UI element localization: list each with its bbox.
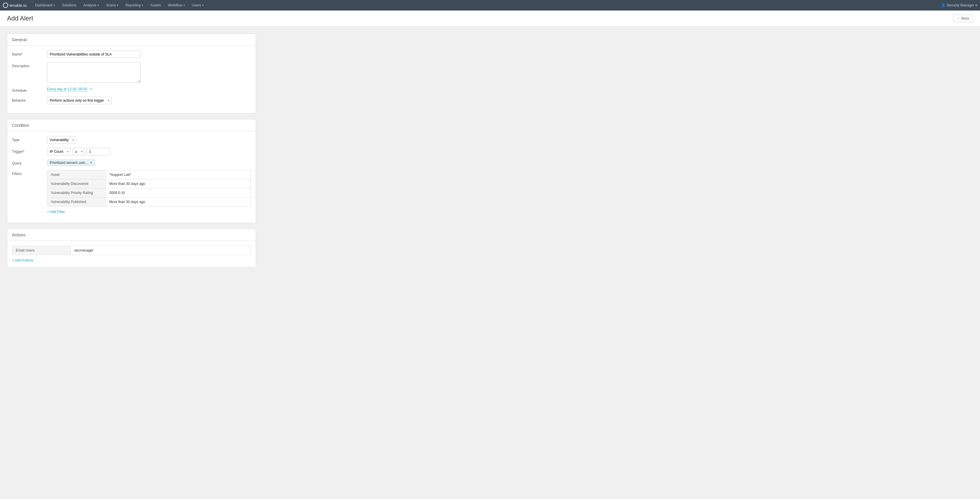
add-filter-link[interactable]: + Add Filter [47,210,65,214]
user-icon: 👤 [941,3,945,7]
trigger-value-input[interactable] [86,148,110,156]
analysis-caret: ▾ [98,4,99,7]
condition-card: Condition Type Vulnerability Alert Ticke… [7,119,256,223]
trigger-required: * [23,149,25,154]
users-caret: ▾ [202,4,204,7]
name-required: * [21,52,23,56]
query-row: Query Prioritized servers usin... ✕ [12,159,251,166]
trigger-row: Trigger* IP Count Count Score ▾ ≥ [12,148,251,156]
add-actions-link[interactable]: + Add Actions [12,258,33,262]
filter-name-vuln-published: Vulnerability Published [47,197,106,207]
page-header: Add Alert ← Back [0,11,980,27]
dashboard-caret: ▾ [54,4,55,7]
trigger-type-select-wrapper: IP Count Count Score ▾ [47,148,71,156]
description-label: Description [12,62,47,68]
brand-logo[interactable]: tenable.sc [3,3,27,8]
condition-card-body: Type Vulnerability Alert Ticket ▾ Trigge… [7,132,256,222]
user-caret-icon: ▾ [975,3,977,7]
workflow-caret: ▾ [183,4,185,7]
user-label: Security Manager [947,3,974,7]
actions-table: Email Users secmanager [12,246,251,255]
filters-content: Asset *Support Lab* Vulnerability Discov… [47,170,251,214]
description-input[interactable] [47,62,140,83]
filter-name-asset: Asset [47,170,106,180]
brand-icon [3,3,8,8]
condition-section-title: Condition [7,119,256,132]
trigger-op-select[interactable]: ≥ > = < ≤ [72,148,85,156]
general-card-body: Name* Description Schedule Every day at … [7,46,256,113]
reporting-caret: ▾ [142,4,143,7]
nav-reporting[interactable]: Reporting ▾ [122,0,147,11]
nav-workflow[interactable]: Workflow ▾ [164,0,188,11]
filter-row-asset: Asset *Support Lab* [47,170,251,180]
user-menu[interactable]: 👤 Security Manager ▾ [941,3,977,7]
filters-table: Asset *Support Lab* Vulnerability Discov… [47,170,251,207]
filter-value-vuln-published: More than 30 days ago [106,197,251,207]
nav-assets[interactable]: Assets [147,0,164,11]
filter-value-vuln-discovered: More than 30 days ago [106,180,251,188]
actions-card: Actions Email Users secmanager + Add Act… [7,229,256,267]
general-section-title: General [7,34,256,46]
query-tag: Prioritized servers usin... ✕ [47,159,95,166]
trigger-controls: IP Count Count Score ▾ ≥ > = < ≤ [47,148,110,156]
type-row: Type Vulnerability Alert Ticket ▾ [12,136,251,144]
trigger-op-select-wrapper: ≥ > = < ≤ ▾ [72,148,85,156]
nav-dashboard[interactable]: Dashboard ▾ [32,0,59,11]
page-title: Add Alert [7,14,33,22]
filter-row-vpr: Vulnerability Priority Rating 0009.0-10 [47,188,251,197]
trigger-type-select[interactable]: IP Count Count Score [47,148,71,156]
schedule-value-container: Every day at 12:30 -05:00 ✏ [47,87,92,91]
trigger-label: Trigger* [12,148,47,154]
scans-caret: ▾ [117,4,118,7]
actions-section-title: Actions [7,229,256,241]
name-label: Name* [12,51,47,56]
actions-card-body: Email Users secmanager + Add Actions [7,241,256,267]
nav-users[interactable]: Users ▾ [188,0,207,11]
action-value-email: secmanager [71,246,251,255]
general-card: General Name* Description Schedule Every… [7,33,256,113]
type-label: Type [12,136,47,142]
type-select[interactable]: Vulnerability Alert Ticket [47,136,76,144]
description-row: Description [12,62,251,83]
nav-scans[interactable]: Scans ▾ [103,0,122,11]
query-label: Query [12,159,47,165]
filter-name-vuln-discovered: Vulnerability Discovered [47,180,106,188]
nav-solutions[interactable]: Solutions [59,0,80,11]
query-tag-remove-icon[interactable]: ✕ [90,161,92,164]
edit-schedule-icon[interactable]: ✏ [90,87,92,91]
query-tag-label: Prioritized servers usin... [50,161,88,165]
query-tag-container: Prioritized servers usin... ✕ [47,159,95,166]
filter-row-vuln-discovered: Vulnerability Discovered More than 30 da… [47,180,251,188]
nav-analysis[interactable]: Analysis ▾ [80,0,103,11]
name-input[interactable] [47,51,140,58]
action-name-email: Email Users [12,246,71,255]
type-select-wrapper: Vulnerability Alert Ticket ▾ [47,136,76,144]
schedule-row: Schedule Every day at 12:30 -05:00 ✏ [12,87,251,93]
schedule-label: Schedule [12,87,47,93]
name-row: Name* [12,51,251,58]
brand-label: tenable.sc [10,3,27,8]
filter-value-asset: *Support Lab* [106,170,251,180]
behavior-select[interactable]: Perform actions only on first trigger Pe… [47,97,111,104]
filter-value-vpr: 0009.0-10 [106,188,251,197]
navbar: tenable.sc Dashboard ▾ Solutions Analysi… [0,0,980,11]
behavior-row: Behavior Perform actions only on first t… [12,97,251,104]
nav-items: Dashboard ▾ Solutions Analysis ▾ Scans ▾… [32,0,941,11]
main-content: General Name* Description Schedule Every… [0,27,263,280]
schedule-link[interactable]: Every day at 12:30 -05:00 [47,87,87,91]
action-row-email: Email Users secmanager [12,246,251,255]
behavior-label: Behavior [12,97,47,103]
back-button[interactable]: ← Back [953,14,973,22]
filter-row-vuln-published: Vulnerability Published More than 30 day… [47,197,251,207]
filters-label: Filters [12,170,47,176]
behavior-select-wrapper: Perform actions only on first trigger Pe… [47,97,111,104]
filters-row: Filters Asset *Support Lab* Vulnerabilit… [12,170,251,214]
filter-name-vpr: Vulnerability Priority Rating [47,188,106,197]
